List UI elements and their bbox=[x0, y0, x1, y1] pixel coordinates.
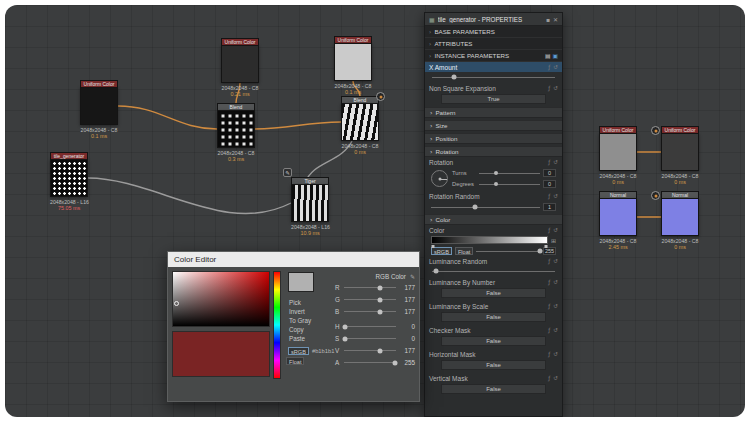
node-tiger[interactable]: ✎ Tiger 2048x2048 - L16 10.9 ms bbox=[291, 177, 329, 236]
function-icon[interactable]: ƒ bbox=[548, 375, 550, 381]
pin-icon[interactable]: ▪ bbox=[546, 16, 550, 23]
luminance-random-slider[interactable] bbox=[432, 266, 555, 276]
non-square-expansion-toggle[interactable]: True bbox=[441, 94, 546, 104]
to-gray-button[interactable]: To Gray bbox=[284, 316, 332, 325]
function-icon[interactable]: ƒ bbox=[548, 327, 550, 333]
channel-value[interactable]: 177 bbox=[399, 296, 415, 303]
function-icon[interactable]: ƒ bbox=[548, 351, 550, 357]
close-icon[interactable]: ✕ bbox=[553, 16, 558, 23]
channel-value[interactable]: 177 bbox=[399, 308, 415, 315]
node-uniform-color-1[interactable]: Uniform Color 2048x2048 - C8 0.21 ms bbox=[221, 38, 259, 97]
reset-icon[interactable]: ↺ bbox=[553, 375, 558, 381]
color-gradient[interactable] bbox=[431, 236, 548, 244]
hue-channel-slider[interactable] bbox=[344, 322, 396, 330]
reset-icon[interactable]: ↺ bbox=[553, 258, 558, 264]
picker-crosshair[interactable] bbox=[174, 301, 179, 306]
turns-value[interactable]: 0 bbox=[543, 169, 556, 177]
node-graph-canvas[interactable]: Uniform Color 2048x2048 - C8 0.21 ms Uni… bbox=[5, 5, 745, 417]
red-slider[interactable] bbox=[344, 283, 396, 291]
node-tile-generator[interactable]: tile_generator 2048x2048 - L16 75.05 ms bbox=[50, 152, 88, 211]
preset-icon[interactable]: ▣ bbox=[553, 53, 558, 59]
value-slider[interactable] bbox=[344, 346, 396, 354]
vertical-mask-toggle[interactable]: False bbox=[441, 384, 546, 394]
node-thumbnail[interactable] bbox=[50, 159, 88, 197]
blue-slider[interactable] bbox=[344, 307, 396, 315]
channel-value[interactable]: 177 bbox=[399, 284, 415, 291]
edit-icon[interactable]: ✎ bbox=[410, 273, 415, 280]
channel-value[interactable]: 0 bbox=[399, 323, 415, 330]
checker-mask-toggle[interactable]: False bbox=[441, 336, 546, 346]
node-blend-2[interactable]: Blend 2048x2048 - C8 0 ms bbox=[341, 96, 379, 155]
channel-value[interactable]: 0 bbox=[399, 335, 415, 342]
invert-button[interactable]: Invert bbox=[284, 307, 332, 316]
node-uniform-color-5[interactable]: Uniform Color 2048x2048 - C8 0 ms bbox=[661, 126, 699, 185]
saturation-slider[interactable] bbox=[344, 334, 396, 342]
rotation-random-value[interactable]: 1 bbox=[543, 203, 556, 211]
float-toggle[interactable]: Float bbox=[455, 247, 473, 255]
function-icon[interactable]: ƒ bbox=[548, 303, 550, 309]
rotation-dial[interactable] bbox=[431, 170, 448, 187]
horizontal-mask-toggle[interactable]: False bbox=[441, 360, 546, 370]
subsection-size[interactable]: › Size bbox=[425, 120, 562, 131]
channel-value[interactable]: 255 bbox=[399, 359, 415, 366]
properties-header[interactable]: ▦ tile_generator - PROPERTIES ▪ ✕ bbox=[425, 13, 562, 26]
node-thumbnail[interactable] bbox=[661, 133, 699, 171]
function-icon[interactable]: ƒ bbox=[548, 279, 550, 285]
reset-icon[interactable]: ↺ bbox=[553, 351, 558, 357]
section-instance-parameters[interactable]: › INSTANCE PARAMETERS ▤ ▣ bbox=[425, 50, 562, 62]
luminance-by-scale-toggle[interactable]: False bbox=[441, 312, 546, 322]
node-normal-1[interactable]: Normal 2048x2048 - C8 2.45 ms bbox=[599, 191, 637, 250]
reset-icon[interactable]: ↺ bbox=[553, 279, 558, 285]
section-attributes[interactable]: › ATTRIBUTES bbox=[425, 38, 562, 50]
green-slider[interactable] bbox=[344, 295, 396, 303]
rotation-random-slider[interactable] bbox=[431, 202, 540, 212]
document-icon[interactable]: ▤ bbox=[545, 53, 550, 59]
node-blend-1[interactable]: Blend 2048x2048 - C8 0.3 ms bbox=[217, 103, 255, 162]
hue-slider[interactable] bbox=[273, 271, 281, 379]
channel-value[interactable]: 177 bbox=[399, 347, 415, 354]
node-thumbnail[interactable] bbox=[599, 198, 637, 236]
function-icon[interactable]: ƒ bbox=[548, 193, 550, 199]
gradient-options-icon[interactable]: ⊞ bbox=[551, 237, 556, 244]
node-uniform-color-2[interactable]: Uniform Color 2048x2048 - C8 0.1 ms bbox=[334, 36, 372, 95]
node-normal-2[interactable]: Normal 2048x2048 - C8 0 ms bbox=[661, 191, 699, 250]
reset-icon[interactable]: ↺ bbox=[553, 193, 558, 199]
alpha-slider[interactable] bbox=[344, 358, 396, 366]
function-icon[interactable]: ƒ bbox=[548, 64, 550, 70]
node-thumbnail[interactable] bbox=[661, 198, 699, 236]
luminance-by-number-toggle[interactable]: False bbox=[441, 288, 546, 298]
x-amount-slider[interactable] bbox=[432, 72, 555, 82]
subsection-rotation[interactable]: › Rotation bbox=[425, 146, 562, 157]
node-thumbnail[interactable] bbox=[599, 133, 637, 171]
function-icon[interactable]: ƒ bbox=[548, 85, 550, 91]
node-thumbnail[interactable] bbox=[221, 45, 259, 83]
degrees-value[interactable]: 0 bbox=[543, 180, 556, 188]
function-icon[interactable]: ƒ bbox=[548, 159, 550, 165]
copy-button[interactable]: Copy bbox=[284, 325, 332, 334]
function-icon[interactable]: ƒ bbox=[548, 258, 550, 264]
subsection-color[interactable]: › Color bbox=[425, 214, 562, 225]
srgb-button[interactable]: sRGB bbox=[288, 347, 309, 355]
subsection-position[interactable]: › Position bbox=[425, 133, 562, 144]
node-uniform-color-4[interactable]: Uniform Color 2048x2048 - C8 0 ms bbox=[599, 126, 637, 185]
function-icon[interactable]: ƒ bbox=[548, 227, 550, 233]
node-uniform-color-3[interactable]: Uniform Color 2048x2048 - C8 0.1 ms bbox=[80, 80, 118, 139]
saturation-value-picker[interactable] bbox=[172, 271, 270, 327]
section-base-parameters[interactable]: › BASE PARAMETERS bbox=[425, 26, 562, 38]
reset-icon[interactable]: ↺ bbox=[553, 303, 558, 309]
reset-icon[interactable]: ↺ bbox=[553, 159, 558, 165]
pick-button[interactable]: Pick bbox=[284, 298, 332, 307]
turns-slider[interactable] bbox=[479, 170, 540, 177]
degrees-slider[interactable] bbox=[479, 181, 540, 188]
color-editor-titlebar[interactable]: Color Editor bbox=[168, 252, 419, 267]
reset-icon[interactable]: ↺ bbox=[553, 327, 558, 333]
node-thumbnail[interactable] bbox=[341, 103, 379, 141]
paste-button[interactable]: Paste bbox=[284, 334, 332, 343]
subsection-pattern[interactable]: › Pattern bbox=[425, 107, 562, 118]
node-thumbnail[interactable] bbox=[80, 87, 118, 125]
node-thumbnail[interactable] bbox=[291, 184, 329, 222]
node-thumbnail[interactable] bbox=[217, 110, 255, 148]
hex-value[interactable]: #b1b1b1 bbox=[312, 348, 335, 354]
reset-icon[interactable]: ↺ bbox=[553, 227, 558, 233]
reset-icon[interactable]: ↺ bbox=[553, 64, 558, 70]
